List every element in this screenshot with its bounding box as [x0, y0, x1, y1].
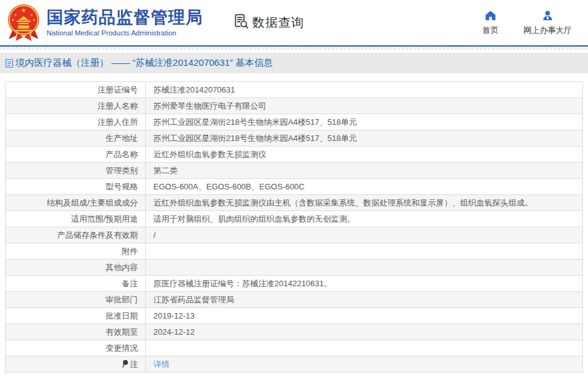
row-label: 适用范围/预期用途 — [71, 214, 138, 224]
row-label-cell: 审批部门 — [6, 292, 146, 308]
row-value: 2024-12-12 — [153, 327, 195, 337]
info-table: 注册证编号苏械注准20142070631注册人名称苏州爱琴生物医疗电子有限公司注… — [5, 81, 583, 373]
row-label: 备注 — [122, 279, 138, 288]
info-table-body: 注册证编号苏械注准20142070631注册人名称苏州爱琴生物医疗电子有限公司注… — [6, 82, 583, 373]
row-value: 苏州工业园区星湖街218号生物纳米园A4楼517、518单元 — [153, 134, 357, 143]
agency-name-cn: 国家药品监督管理局 — [47, 9, 203, 27]
table-row: 适用范围/预期用途适用于对脑组织、肌肉组织的组织血氧参数的无创监测。 — [6, 211, 583, 227]
table-row: 注册证编号苏械注准20142070631 — [6, 82, 583, 98]
row-label-cell: 变更情况 — [6, 340, 146, 356]
row-label: 注册人名称 — [97, 101, 138, 111]
table-row: 产品储存条件及有效期/ — [6, 227, 583, 243]
section-label: 数据查询 — [252, 14, 304, 31]
row-value-cell: 苏州工业园区星湖街218号生物纳米园A4楼517、518单元 — [146, 114, 583, 130]
table-row: 其他内容 — [6, 260, 583, 276]
row-value-cell: 近红外组织血氧参数无损监测仪由主机（含数据采集系统、数据处理系统和显示屏）、组织… — [146, 195, 583, 211]
table-row: 批准日期2019-12-13 — [6, 308, 583, 324]
table-row: 附件 — [6, 243, 583, 260]
row-value-cell: 2024-12-12 — [146, 324, 583, 340]
row-value-cell: 2019-12-13 — [146, 308, 583, 324]
row-label: 注册证编号 — [97, 85, 138, 94]
pin-icon — [122, 360, 129, 368]
svg-text:★: ★ — [21, 7, 27, 14]
row-value: 苏械注准20142070631 — [153, 85, 235, 94]
row-label-cell: 附件 — [6, 243, 146, 260]
row-value-cell — [146, 243, 583, 260]
table-row: 注册人名称苏州爱琴生物医疗电子有限公司 — [6, 98, 583, 114]
row-value-cell: 详情 — [146, 356, 583, 373]
agency-name-en: National Medical Products Administration — [47, 29, 203, 37]
row-value: EGOS-600A、EGOS-600B、EGOS-600C — [153, 182, 304, 191]
table-row: 结构及组成/主要组成成分近红外组织血氧参数无损监测仪由主机（含数据采集系统、数据… — [6, 195, 583, 211]
table-row: 备注原医疗器械注册证编号：苏械注准20142210631。 — [6, 276, 583, 292]
row-label: 变更情况 — [106, 343, 138, 353]
row-label-cell: 结构及组成/主要组成成分 — [6, 195, 146, 211]
row-value: 2019-12-13 — [153, 311, 195, 320]
row-value-cell: 第二类 — [146, 163, 583, 179]
row-value-cell: 苏械注准20142070631 — [146, 82, 583, 98]
logo-link[interactable]: ★ ★ ★ ★ ★ 国家药品监督管理局 National Medical Pro… — [6, 3, 203, 43]
row-label-cell: 产品名称 — [6, 147, 146, 163]
row-label-cell: 批准日期 — [6, 308, 146, 324]
row-value-cell — [146, 260, 583, 276]
table-row: 产品名称近红外组织血氧参数无损监测仪 — [6, 147, 583, 163]
row-label-cell: 适用范围/预期用途 — [6, 211, 146, 227]
row-label: 注册人住所 — [97, 117, 138, 127]
row-label: 有效期至 — [106, 327, 138, 337]
row-value-cell: 原医疗器械注册证编号：苏械注准20142210631。 — [146, 276, 583, 292]
row-value-cell: 苏州工业园区星湖街218号生物纳米园A4楼517、518单元 — [146, 130, 583, 147]
row-label: 批准日期 — [106, 311, 138, 320]
breadcrumb: 境内医疗器械（注册） —— “苏械注准20142070631” 基本信息 — [16, 57, 273, 69]
row-value: 苏州工业园区星湖街218号生物纳米园A4楼517、518单元 — [153, 117, 357, 127]
row-label: 产品储存条件及有效期 — [57, 230, 138, 240]
row-value-cell: 苏州爱琴生物医疗电子有限公司 — [146, 98, 583, 114]
row-value: 适用于对脑组织、肌肉组织的组织血氧参数的无创监测。 — [153, 214, 355, 224]
row-value-cell: 适用于对脑组织、肌肉组织的组织血氧参数的无创监测。 — [146, 211, 583, 227]
national-emblem-icon: ★ ★ ★ ★ ★ — [6, 3, 41, 43]
row-label-cell: 注 — [6, 356, 146, 373]
page-icon — [5, 58, 14, 68]
row-label-cell: 型号规格 — [6, 179, 146, 195]
breadcrumb-band: 境内医疗器械（注册） —— “苏械注准20142070631” 基本信息 — [0, 53, 588, 73]
row-label: 其他内容 — [106, 263, 138, 272]
row-label-cell: 有效期至 — [6, 324, 146, 340]
row-value-cell: 近红外组织血氧参数无损监测仪 — [146, 147, 583, 163]
row-label: 产品名称 — [106, 150, 138, 159]
row-value-cell: / — [146, 227, 583, 243]
row-label: 管理类别 — [106, 166, 138, 175]
row-label: 生产地址 — [106, 134, 138, 143]
svg-text:★: ★ — [11, 18, 14, 22]
row-value: 近红外组织血氧参数无损监测仪由主机（含数据采集系统、数据处理系统和显示屏）、组织… — [153, 198, 533, 207]
nav-home-label: 首页 — [482, 25, 499, 36]
table-row: 有效期至2024-12-12 — [6, 324, 583, 340]
row-label-cell: 注册证编号 — [6, 82, 146, 98]
row-label: 审批部门 — [106, 295, 138, 304]
nav-service-hall-label: 网上办事大厅 — [523, 25, 572, 36]
row-label: 结构及组成/主要组成成分 — [47, 198, 138, 207]
detail-link[interactable]: 详情 — [153, 360, 170, 369]
nav-service-hall[interactable]: 网上办事大厅 — [523, 9, 572, 36]
row-label-cell: 生产地址 — [6, 130, 146, 147]
row-value: 近红外组织血氧参数无损监测仪 — [153, 150, 266, 159]
row-label-cell: 注册人住所 — [6, 114, 146, 130]
data-query-link[interactable]: 数据查询 — [233, 13, 304, 32]
row-label: 附件 — [122, 247, 138, 256]
row-label: 注 — [130, 360, 138, 369]
doc-search-icon — [233, 13, 249, 32]
table-row: 审批部门江苏省药品监督管理局 — [6, 292, 583, 308]
row-value: 江苏省药品监督管理局 — [153, 295, 234, 304]
nav-home[interactable]: 首页 — [482, 9, 499, 36]
row-label-cell: 管理类别 — [6, 163, 146, 179]
row-value: 原医疗器械注册证编号：苏械注准20142210631。 — [153, 279, 332, 288]
row-value: / — [153, 230, 156, 240]
row-label: 型号规格 — [106, 182, 138, 191]
row-label-cell: 产品储存条件及有效期 — [6, 227, 146, 243]
svg-text:★: ★ — [32, 18, 35, 22]
header-nav: 首页 网上办事大厅 — [482, 9, 572, 36]
svg-text:★: ★ — [30, 13, 33, 17]
table-row: 生产地址苏州工业园区星湖街218号生物纳米园A4楼517、518单元 — [6, 130, 583, 147]
row-value: 苏州爱琴生物医疗电子有限公司 — [153, 101, 266, 111]
info-table-wrap: 注册证编号苏械注准20142070631注册人名称苏州爱琴生物医疗电子有限公司注… — [5, 81, 583, 373]
row-value-cell — [146, 340, 583, 356]
table-row: 注册人住所苏州工业园区星湖街218号生物纳米园A4楼517、518单元 — [6, 114, 583, 130]
